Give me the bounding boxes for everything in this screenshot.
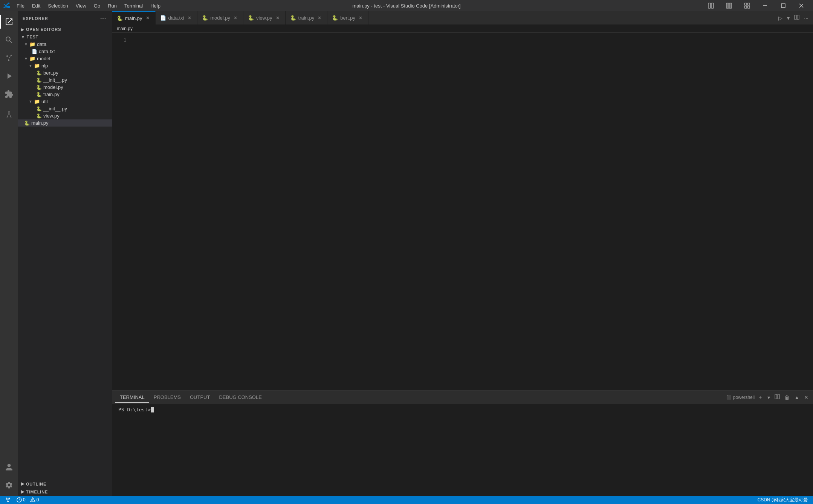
layout-toggle-btn[interactable] xyxy=(702,0,720,11)
window-title: main.py - test - Visual Studio Code [Adm… xyxy=(352,3,460,9)
terminal-dropdown-btn[interactable]: ▾ xyxy=(766,393,772,402)
terminal-prompt-text: PS D:\test> xyxy=(118,407,151,412)
grid-layout-btn[interactable] xyxy=(738,0,756,11)
tab-train-py[interactable]: 🐍 train.py ✕ xyxy=(286,11,328,24)
root-folder-header[interactable]: ▼ TEST xyxy=(18,33,112,41)
tab-bert-py-close[interactable]: ✕ xyxy=(358,15,364,21)
tree-item-data-folder[interactable]: ▼ 📁 data xyxy=(18,41,112,48)
status-warnings[interactable]: 0 xyxy=(28,496,41,504)
menu-view[interactable]: View xyxy=(73,2,89,9)
data-folder-icon: 📁 xyxy=(29,41,35,47)
tree-item-init-py-util[interactable]: 🐍 __init__.py xyxy=(18,105,112,112)
tab-main-py-close[interactable]: ✕ xyxy=(145,15,151,21)
activity-bar xyxy=(0,11,18,496)
breadcrumb-main-py[interactable]: main.py xyxy=(117,26,133,31)
minimize-btn[interactable] xyxy=(756,0,774,11)
activity-explorer[interactable] xyxy=(0,13,18,31)
svg-rect-2 xyxy=(726,3,728,8)
svg-point-21 xyxy=(32,501,33,501)
menu-terminal[interactable]: Terminal xyxy=(121,2,146,9)
terminal-tab-problems[interactable]: PROBLEMS xyxy=(149,392,185,403)
outline-chevron: ▶ xyxy=(21,481,24,486)
terminal-close-btn[interactable]: ✕ xyxy=(802,393,810,402)
breadcrumb: main.py xyxy=(112,24,813,33)
main-py-label: main.py xyxy=(31,120,49,126)
tree-item-train-py[interactable]: 🐍 train.py xyxy=(18,91,112,98)
split-layout-btn[interactable] xyxy=(720,0,738,11)
init-py-nlp-label: __init__.py xyxy=(43,77,67,83)
menu-file[interactable]: File xyxy=(14,2,28,9)
data-folder-label: data xyxy=(37,41,46,47)
activity-account[interactable] xyxy=(0,458,18,476)
tab-model-py-close[interactable]: ✕ xyxy=(232,15,238,21)
status-csdn-label[interactable]: CSDN @我家大宝最可爱 xyxy=(755,496,810,504)
root-folder-label: TEST xyxy=(27,35,39,39)
run-btn[interactable]: ▷ xyxy=(777,14,784,23)
sidebar-header: EXPLORER ··· xyxy=(18,11,112,26)
tree-item-init-py-nlp[interactable]: 🐍 __init__.py xyxy=(18,76,112,84)
warning-count: 0 xyxy=(37,497,39,502)
activity-source-control[interactable] xyxy=(0,49,18,67)
tree-item-main-py[interactable]: 🐍 main.py xyxy=(18,119,112,127)
activity-search[interactable] xyxy=(0,31,18,49)
terminal-tab-debug-console[interactable]: DEBUG CONSOLE xyxy=(214,392,266,403)
tab-data-txt[interactable]: 📄 data.txt ✕ xyxy=(156,11,198,24)
outline-toggle[interactable]: ▶ OUTLINE xyxy=(18,480,112,488)
menu-help[interactable]: Help xyxy=(147,2,164,9)
editor[interactable]: 1 xyxy=(112,33,813,390)
terminal-kill-btn[interactable]: 🗑 xyxy=(783,393,791,402)
terminal-prompt: PS D:\test> xyxy=(118,407,807,412)
menu-go[interactable]: Go xyxy=(91,2,103,9)
tree-item-util-folder[interactable]: ▼ 📁 util xyxy=(18,98,112,105)
split-editor-btn[interactable] xyxy=(793,13,801,23)
sidebar: EXPLORER ··· ▶ OPEN EDITORS ▼ TEST ▼ 📁 xyxy=(18,11,112,496)
title-bar: File Edit Selection View Go Run Terminal… xyxy=(0,0,813,11)
activity-settings[interactable] xyxy=(0,476,18,494)
tab-model-py-icon: 🐍 xyxy=(202,15,208,21)
menu-selection[interactable]: Selection xyxy=(45,2,71,9)
tree-item-model-folder[interactable]: ▼ 📁 model xyxy=(18,55,112,62)
timeline-toggle[interactable]: ▶ TIMELINE xyxy=(18,488,112,496)
sidebar-more-btn[interactable]: ··· xyxy=(99,14,108,23)
open-editors-chevron: ▶ xyxy=(21,27,24,32)
tab-view-py-close[interactable]: ✕ xyxy=(275,15,281,21)
svg-rect-8 xyxy=(747,6,750,8)
tree-item-bert-py[interactable]: 🐍 bert.py xyxy=(18,69,112,76)
powershell-label: powershell xyxy=(733,395,755,400)
activity-extensions[interactable] xyxy=(0,85,18,103)
tab-main-py[interactable]: 🐍 main.py ✕ xyxy=(112,11,156,24)
terminal-panel: TERMINAL PROBLEMS OUTPUT DEBUG CONSOLE ⬛… xyxy=(112,390,813,496)
terminal-split-btn[interactable] xyxy=(773,393,781,402)
tab-train-py-close[interactable]: ✕ xyxy=(316,15,322,21)
tree-item-view-py[interactable]: 🐍 view.py xyxy=(18,112,112,119)
util-folder-icon: 📁 xyxy=(34,99,40,104)
status-branch[interactable] xyxy=(3,496,14,504)
status-errors[interactable]: 0 xyxy=(14,496,28,504)
terminal-tab-terminal[interactable]: TERMINAL xyxy=(115,392,149,403)
nlp-folder-expand-icon: ▼ xyxy=(29,64,32,68)
tree-item-data-txt[interactable]: 📄 data.txt xyxy=(18,48,112,55)
menu-edit[interactable]: Edit xyxy=(29,2,43,9)
terminal-maximize-btn[interactable]: ▲ xyxy=(793,393,801,402)
tab-model-py[interactable]: 🐍 model.py ✕ xyxy=(197,11,243,24)
tree-item-nlp-folder[interactable]: ▼ 📁 nlp xyxy=(18,62,112,69)
close-btn[interactable] xyxy=(793,0,810,11)
run-dropdown-btn[interactable]: ▾ xyxy=(785,14,791,23)
activity-test[interactable] xyxy=(0,106,18,124)
tab-view-py[interactable]: 🐍 view.py ✕ xyxy=(243,11,286,24)
menu-run[interactable]: Run xyxy=(105,2,120,9)
maximize-btn[interactable] xyxy=(775,0,792,11)
activity-run-debug[interactable] xyxy=(0,67,18,85)
model-folder-label: model xyxy=(37,56,50,61)
more-actions-btn[interactable]: ··· xyxy=(802,14,810,23)
tab-bert-py[interactable]: 🐍 bert.py ✕ xyxy=(327,11,368,24)
code-editor[interactable] xyxy=(131,33,813,390)
open-editors-header[interactable]: ▶ OPEN EDITORS xyxy=(18,26,112,33)
app: EXPLORER ··· ▶ OPEN EDITORS ▼ TEST ▼ 📁 xyxy=(0,11,813,504)
terminal-content[interactable]: PS D:\test> xyxy=(112,404,813,496)
terminal-add-btn[interactable]: ＋ xyxy=(756,393,764,402)
tree-item-model-py[interactable]: 🐍 model.py xyxy=(18,84,112,91)
terminal-tab-output[interactable]: OUTPUT xyxy=(185,392,214,403)
sidebar-title: EXPLORER xyxy=(23,16,48,21)
tab-data-txt-close[interactable]: ✕ xyxy=(186,15,193,21)
